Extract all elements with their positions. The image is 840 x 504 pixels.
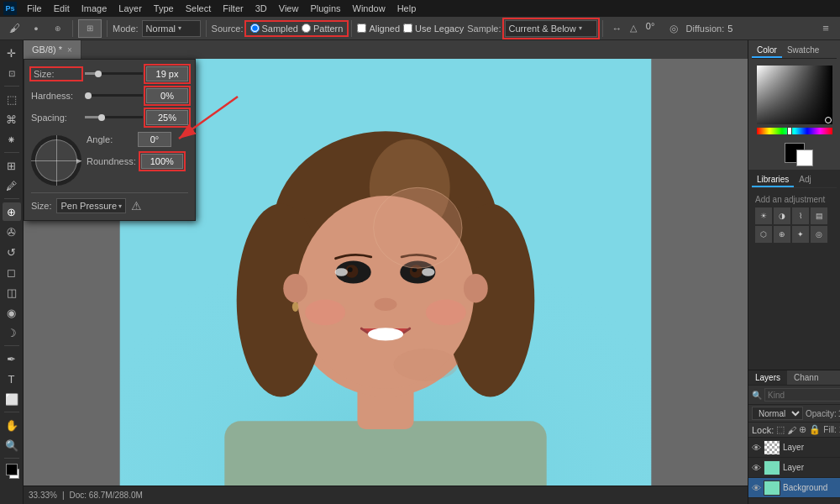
- flip-icon[interactable]: ↔: [608, 19, 627, 38]
- adjustments-tab[interactable]: Adj: [794, 173, 816, 187]
- source-pattern-radio[interactable]: [302, 24, 311, 33]
- brush-size-icon[interactable]: ●: [27, 19, 45, 38]
- hue-sat-adj-icon[interactable]: ⬡: [755, 226, 772, 243]
- use-legacy-group[interactable]: Use Legacy: [403, 24, 464, 34]
- color-tab[interactable]: Color: [752, 44, 782, 58]
- layers-mode-dropdown[interactable]: Normal: [752, 407, 803, 420]
- tool-move[interactable]: ✛: [3, 44, 21, 62]
- menu-edit[interactable]: Edit: [49, 2, 75, 15]
- tool-healing-brush[interactable]: ⊕: [3, 202, 21, 221]
- brush-hardness-input[interactable]: [146, 88, 188, 103]
- tool-history-brush[interactable]: ↺: [3, 243, 21, 261]
- tool-pen[interactable]: ✒: [3, 349, 21, 368]
- libraries-tab[interactable]: Libraries: [752, 173, 794, 187]
- color-indicator[interactable]: [825, 117, 832, 123]
- layer-0-eye-icon[interactable]: 👁: [752, 443, 761, 453]
- tool-type[interactable]: T: [3, 370, 21, 388]
- layer-item-0[interactable]: 👁 Layer: [748, 438, 840, 458]
- brush-angle-input[interactable]: [138, 132, 171, 147]
- pen-pressure-dropdown[interactable]: Pen Pressure ▾: [56, 198, 126, 213]
- photo-filter-adj-icon[interactable]: ◎: [811, 226, 827, 243]
- brush-size-slider[interactable]: [85, 69, 143, 79]
- brush-tool-icon[interactable]: 🖌: [5, 19, 24, 38]
- vibrance-adj-icon[interactable]: ✦: [792, 226, 809, 243]
- brush-angle-icon[interactable]: ⊕: [49, 19, 67, 38]
- brush-warning-icon[interactable]: ⚠: [131, 199, 142, 213]
- tool-eraser[interactable]: ◻: [3, 263, 21, 281]
- lock-label: Lock:: [752, 425, 774, 435]
- tool-gradient[interactable]: ◫: [3, 283, 21, 302]
- brush-roundness-input[interactable]: [141, 154, 183, 169]
- brush-size-input[interactable]: [146, 66, 188, 81]
- layer-2-eye-icon[interactable]: 👁: [752, 483, 761, 493]
- source-sampled-radio[interactable]: [250, 24, 260, 33]
- colorbalance-adj-icon[interactable]: ⊕: [774, 226, 790, 243]
- use-legacy-checkbox[interactable]: [403, 24, 412, 33]
- tool-shape[interactable]: ⬜: [3, 390, 21, 408]
- tool-eyedropper[interactable]: 🖉: [3, 176, 21, 195]
- curves-adj-icon[interactable]: ⌇: [792, 207, 809, 224]
- layers-kind-input[interactable]: [764, 388, 840, 402]
- source-sampled-group[interactable]: Sampled: [250, 24, 298, 34]
- tool-sep5: [4, 412, 19, 412]
- restore-icon[interactable]: ◎: [664, 19, 683, 38]
- menu-type[interactable]: Type: [149, 2, 179, 15]
- tool-zoom[interactable]: 🔍: [3, 436, 21, 454]
- menu-file[interactable]: File: [22, 2, 47, 15]
- menu-layer[interactable]: Layer: [113, 2, 147, 15]
- lock-position-icon[interactable]: ⊕: [799, 424, 806, 435]
- sample-dropdown[interactable]: Current & Below ▾: [505, 20, 597, 37]
- layer-item-1[interactable]: 👁 Layer: [748, 458, 840, 478]
- status-separator: |: [62, 491, 65, 500]
- brush-picker-icon[interactable]: ⊞: [78, 19, 102, 38]
- panel-toggle-icon[interactable]: ≡: [816, 19, 835, 38]
- brush-hardness-slider[interactable]: [85, 91, 143, 101]
- source-pattern-group[interactable]: Pattern: [302, 24, 343, 34]
- fg-color-swatch[interactable]: [6, 464, 18, 475]
- mode-dropdown[interactable]: Normal ▾: [142, 20, 201, 37]
- separator4: [351, 20, 352, 37]
- layers-tab[interactable]: Layers: [748, 370, 787, 385]
- channels-tab[interactable]: Chann: [787, 370, 825, 385]
- canvas-tab[interactable]: GB/8) * ×: [24, 40, 81, 59]
- menu-filter[interactable]: Filter: [218, 2, 248, 15]
- layers-opacity: Opacity: 100%: [806, 409, 840, 418]
- lock-transparent-icon[interactable]: ⬚: [776, 424, 785, 435]
- tool-lasso[interactable]: ⌘: [3, 110, 21, 129]
- brush-spacing-input[interactable]: [146, 110, 188, 125]
- layer-item-2[interactable]: 👁 Background: [748, 478, 840, 498]
- menu-select[interactable]: Select: [181, 2, 217, 15]
- levels-adj-icon[interactable]: ▤: [811, 207, 827, 224]
- menu-image[interactable]: Image: [76, 2, 113, 15]
- tool-quick-select[interactable]: ⁕: [3, 130, 21, 149]
- background-swatch[interactable]: [796, 150, 813, 166]
- tool-marquee[interactable]: ⬚: [3, 90, 21, 108]
- swatches-tab[interactable]: Swatche: [782, 44, 824, 58]
- tool-clone-stamp[interactable]: ✇: [3, 223, 21, 241]
- tool-crop[interactable]: ⊞: [3, 156, 21, 175]
- menu-view[interactable]: View: [274, 2, 304, 15]
- menu-plugins[interactable]: Plugins: [305, 2, 345, 15]
- tool-artboard[interactable]: ⊡: [3, 64, 21, 82]
- tab-close-button[interactable]: ×: [67, 45, 72, 55]
- layer-1-eye-icon[interactable]: 👁: [752, 463, 761, 473]
- color-picker-gradient[interactable]: [757, 66, 832, 124]
- menu-help[interactable]: Help: [392, 2, 422, 15]
- hue-bar[interactable]: [757, 128, 832, 134]
- menu-3d[interactable]: 3D: [250, 2, 272, 15]
- tool-blur[interactable]: ◉: [3, 303, 21, 322]
- brightness-adj-icon[interactable]: ☀: [755, 207, 772, 224]
- lock-paint-icon[interactable]: 🖌: [787, 425, 796, 435]
- aligned-group[interactable]: Aligned: [357, 24, 400, 34]
- menu-window[interactable]: Window: [348, 2, 391, 15]
- contrast-adj-icon[interactable]: ◑: [774, 207, 790, 224]
- opacity-label: Opacity:: [806, 409, 837, 418]
- separator1: [72, 20, 73, 37]
- brush-spacing-slider[interactable]: [85, 113, 143, 123]
- aligned-checkbox[interactable]: [357, 24, 366, 33]
- tool-dodge[interactable]: ☽: [3, 323, 21, 342]
- tool-hand[interactable]: ✋: [3, 416, 21, 434]
- brush-angle-row: Angle:: [87, 132, 188, 147]
- hue-thumb[interactable]: [787, 127, 792, 135]
- lock-all-icon[interactable]: 🔒: [809, 424, 821, 435]
